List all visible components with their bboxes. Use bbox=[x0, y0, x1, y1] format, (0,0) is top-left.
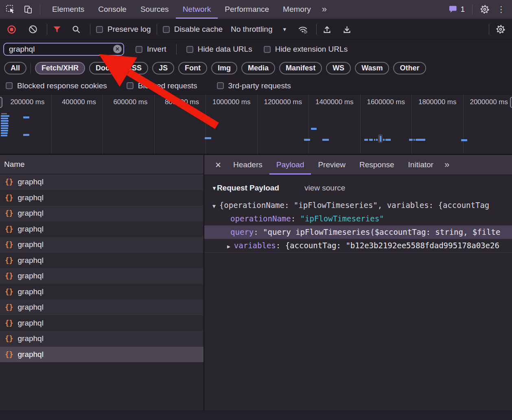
toggle-3rd-party-requests[interactable]: 3rd-party requests bbox=[217, 81, 291, 90]
invert-toggle[interactable]: Invert bbox=[136, 45, 166, 54]
details-tab-response[interactable]: Response bbox=[352, 155, 401, 175]
chip-wasm[interactable]: Wasm bbox=[355, 62, 389, 74]
details-tab-payload[interactable]: Payload bbox=[269, 155, 311, 175]
overview-right-handle[interactable] bbox=[510, 97, 512, 108]
payload-value: "query ipFlowTimeseries($accountTag: str… bbox=[263, 228, 500, 236]
tab-elements[interactable]: Elements bbox=[45, 0, 91, 19]
chip-font[interactable]: Font bbox=[178, 62, 207, 74]
request-row[interactable]: {}graphql bbox=[0, 347, 203, 363]
filter-funnel-icon[interactable] bbox=[53, 26, 61, 33]
timeline-request-bar bbox=[1, 132, 8, 134]
request-row[interactable]: {}graphql bbox=[0, 190, 203, 206]
request-row[interactable]: {}graphql bbox=[0, 315, 203, 331]
hide-extension-urls-toggle[interactable]: Hide extension URLs bbox=[264, 45, 348, 54]
timeline-request-bar bbox=[322, 139, 329, 141]
network-toolbar: Preserve log Disable cache No throttling… bbox=[0, 20, 512, 39]
request-row[interactable]: {}graphql bbox=[0, 237, 203, 253]
chip-media[interactable]: Media bbox=[241, 62, 275, 74]
payload-separator bbox=[204, 252, 512, 253]
hide-data-urls-toggle[interactable]: Hide data URLs bbox=[186, 45, 252, 54]
invert-checkbox[interactable] bbox=[136, 46, 142, 53]
request-details-panel: ✕ HeadersPayloadPreviewResponseInitiator… bbox=[204, 155, 512, 420]
chip-manifest[interactable]: Manifest bbox=[279, 62, 322, 74]
chip-js[interactable]: JS bbox=[152, 62, 174, 74]
more-tabs-icon[interactable]: » bbox=[318, 4, 331, 15]
tab-sources[interactable]: Sources bbox=[133, 0, 176, 19]
payload-entry-variables[interactable]: ▶variables: {accountTag: "b12e3b2192ee55… bbox=[204, 239, 512, 252]
clear-filter-icon[interactable]: ✕ bbox=[113, 45, 122, 53]
request-row[interactable]: {}graphql bbox=[0, 174, 203, 190]
details-tab-headers[interactable]: Headers bbox=[226, 155, 269, 175]
request-row[interactable]: {}graphql bbox=[0, 284, 203, 300]
chip-ws[interactable]: WS bbox=[326, 62, 351, 74]
request-name: graphql bbox=[18, 193, 43, 202]
request-row[interactable]: {}graphql bbox=[0, 221, 203, 237]
hide-extension-urls-checkbox[interactable] bbox=[264, 46, 271, 53]
close-details-icon[interactable]: ✕ bbox=[210, 155, 226, 175]
payload-entry-operationName[interactable]: operationName: "ipFlowTimeseries" bbox=[204, 212, 512, 225]
checkbox[interactable] bbox=[6, 82, 13, 89]
name-column-header[interactable]: Name bbox=[0, 155, 203, 174]
timeline-request-bar bbox=[1, 127, 8, 129]
timeline-request-bar bbox=[205, 137, 211, 139]
timeline-request-bar bbox=[376, 139, 378, 141]
request-payload-header: ▼ Request Payload view source bbox=[204, 179, 512, 197]
network-settings-gear-icon[interactable] bbox=[496, 24, 505, 34]
record-network-log-button[interactable] bbox=[7, 24, 17, 35]
toggle-blocked-response-cookies[interactable]: Blocked response cookies bbox=[6, 81, 107, 90]
disable-cache-toggle[interactable]: Disable cache bbox=[163, 25, 223, 34]
expand-triangle-icon[interactable]: ▶ bbox=[227, 243, 230, 249]
chip-img[interactable]: Img bbox=[211, 62, 237, 74]
collapse-triangle-icon[interactable]: ▼ bbox=[212, 185, 217, 191]
toggle-blocked-requests[interactable]: Blocked requests bbox=[127, 81, 197, 90]
chevron-down-icon: ▾ bbox=[283, 26, 286, 33]
request-row[interactable]: {}graphql bbox=[0, 268, 203, 284]
toolbar-separator bbox=[489, 24, 489, 35]
timeline-request-bar bbox=[1, 125, 9, 127]
search-icon[interactable] bbox=[72, 25, 81, 34]
checkbox[interactable] bbox=[127, 82, 133, 89]
network-conditions-icon[interactable] bbox=[298, 25, 308, 34]
more-details-tabs-icon[interactable]: » bbox=[440, 160, 453, 170]
clear-network-log-button[interactable] bbox=[28, 24, 38, 34]
view-source-link[interactable]: view source bbox=[304, 184, 345, 192]
device-toolbar-icon[interactable] bbox=[24, 4, 33, 14]
request-row[interactable]: {}graphql bbox=[0, 331, 203, 347]
issues-indicator[interactable]: 1 bbox=[449, 5, 465, 14]
tab-memory[interactable]: Memory bbox=[276, 0, 318, 19]
kebab-menu-icon[interactable]: ⋮ bbox=[497, 4, 505, 14]
details-tab-preview[interactable]: Preview bbox=[311, 155, 352, 175]
expand-triangle-icon[interactable]: ▼ bbox=[212, 203, 216, 209]
timeline-request-bar bbox=[374, 139, 375, 141]
request-name: graphql bbox=[18, 287, 43, 296]
inspect-element-icon[interactable] bbox=[6, 4, 15, 14]
chip-doc[interactable]: Doc bbox=[89, 62, 116, 74]
chip-all[interactable]: All bbox=[4, 62, 26, 74]
request-name: graphql bbox=[18, 256, 43, 265]
hide-data-urls-checkbox[interactable] bbox=[186, 46, 193, 53]
throttling-dropdown[interactable]: No throttling ▾ bbox=[231, 25, 286, 34]
settings-gear-icon[interactable] bbox=[480, 4, 490, 14]
disable-cache-checkbox[interactable] bbox=[163, 26, 170, 33]
request-row[interactable]: {}graphql bbox=[0, 253, 203, 269]
request-row[interactable]: {}graphql bbox=[0, 300, 203, 315]
checkbox[interactable] bbox=[217, 82, 224, 89]
tab-network[interactable]: Network bbox=[176, 0, 218, 19]
chip-fetch-xhr[interactable]: Fetch/XHR bbox=[35, 62, 85, 74]
overview-left-handle[interactable] bbox=[0, 97, 2, 108]
export-har-icon[interactable] bbox=[342, 25, 352, 34]
request-row[interactable]: {}graphql bbox=[0, 206, 203, 221]
network-overview-timeline[interactable]: 200000 ms400000 ms600000 ms800000 ms1000… bbox=[0, 94, 512, 155]
chip-other[interactable]: Other bbox=[393, 62, 426, 74]
tab-console[interactable]: Console bbox=[91, 0, 133, 19]
payload-root-row[interactable]: ▼{operationName: "ipFlowTimeseries", var… bbox=[204, 199, 512, 212]
tab-performance[interactable]: Performance bbox=[218, 0, 276, 19]
chip-css[interactable]: CSS bbox=[120, 62, 148, 74]
details-tab-initiator[interactable]: Initiator bbox=[401, 155, 440, 175]
preserve-log-toggle[interactable]: Preserve log bbox=[96, 25, 151, 34]
payload-entry-query[interactable]: query: "query ipFlowTimeseries($accountT… bbox=[204, 225, 512, 239]
filter-input[interactable] bbox=[3, 43, 124, 56]
hide-data-urls-label: Hide data URLs bbox=[198, 45, 252, 54]
preserve-log-checkbox[interactable] bbox=[96, 26, 103, 33]
import-har-icon[interactable] bbox=[322, 25, 332, 34]
